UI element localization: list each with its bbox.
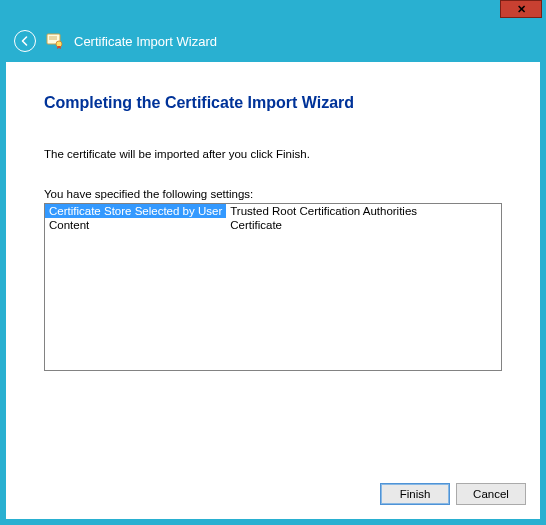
titlebar: ✕: [0, 0, 546, 24]
finish-button[interactable]: Finish: [380, 483, 450, 505]
cancel-button[interactable]: Cancel: [456, 483, 526, 505]
button-row: Finish Cancel: [380, 483, 526, 505]
certificate-icon: [46, 32, 64, 50]
close-icon: ✕: [517, 3, 526, 16]
settings-listbox[interactable]: Certificate Store Selected by User Trust…: [44, 203, 502, 371]
arrow-left-icon: [19, 35, 31, 47]
setting-value: Trusted Root Certification Authorities: [226, 204, 421, 218]
back-button[interactable]: [14, 30, 36, 52]
setting-key: Content: [45, 218, 226, 232]
setting-key: Certificate Store Selected by User: [45, 204, 226, 218]
setting-value: Certificate: [226, 218, 421, 232]
page-heading: Completing the Certificate Import Wizard: [44, 94, 502, 112]
content-panel: Completing the Certificate Import Wizard…: [6, 62, 540, 519]
instruction-text: The certificate will be imported after y…: [44, 148, 502, 160]
table-row[interactable]: Content Certificate: [45, 218, 421, 232]
table-row[interactable]: Certificate Store Selected by User Trust…: [45, 204, 421, 218]
wizard-header: Certificate Import Wizard: [0, 24, 546, 62]
settings-label: You have specified the following setting…: [44, 188, 502, 200]
close-button[interactable]: ✕: [500, 0, 542, 18]
settings-table: Certificate Store Selected by User Trust…: [45, 204, 421, 232]
wizard-title: Certificate Import Wizard: [74, 34, 217, 49]
